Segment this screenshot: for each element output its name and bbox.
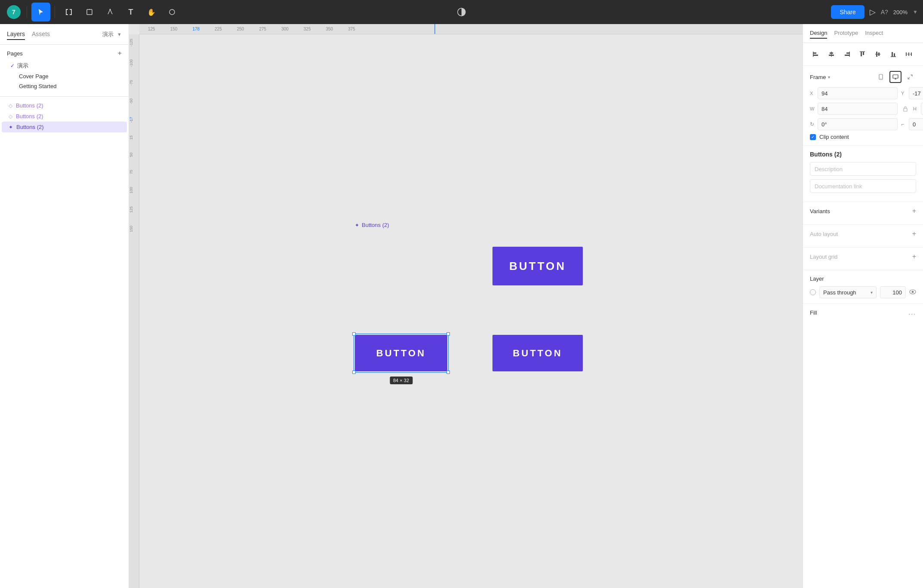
layer-item-1[interactable]: ◇ Buttons (2) — [2, 111, 127, 122]
frame-phone-icon[interactable] — [875, 71, 887, 83]
frame-section: Frame ▾ — [803, 66, 923, 146]
svg-rect-21 — [860, 52, 865, 52]
right-panel-body: Frame ▾ — [803, 43, 923, 588]
page-item-getting-started[interactable]: Getting Started — [7, 81, 122, 91]
layers-tab[interactable]: Layers — [7, 29, 25, 40]
align-center-h-button[interactable] — [825, 48, 837, 60]
design-tab[interactable]: Design — [810, 28, 827, 39]
v-ruler-minus50: -50 — [129, 98, 139, 104]
play-button[interactable]: ▷ — [870, 7, 876, 17]
align-bottom-button[interactable] — [887, 48, 899, 60]
svg-rect-25 — [892, 52, 893, 56]
layer-diamond-icon-0: ◇ — [9, 103, 12, 109]
add-auto-layout-button[interactable]: + — [912, 230, 916, 238]
v-ruler-minus17: -17 — [129, 117, 139, 122]
svg-point-8 — [169, 9, 175, 15]
blend-mode-select[interactable]: Pass through ▾ — [819, 286, 877, 298]
clip-content-label: Clip content — [819, 134, 849, 140]
svg-rect-19 — [861, 52, 862, 56]
canvas-area[interactable]: 125 150 178 225 250 275 300 325 350 375 … — [129, 24, 803, 588]
page-item-yanshi[interactable]: ✓ 演示 — [7, 60, 122, 71]
lock-ratio-button[interactable] — [903, 105, 908, 112]
frame-title-label: Frame — [810, 74, 826, 80]
rotation-group: ↻ — [810, 118, 898, 130]
align-top-button[interactable] — [856, 48, 868, 60]
svg-rect-26 — [894, 53, 895, 56]
layer-diamond-icon-1: ◇ — [9, 113, 12, 119]
frame-tool-button[interactable] — [59, 3, 78, 21]
shape-tool-button[interactable] — [80, 3, 99, 21]
corner-radius-input[interactable] — [909, 118, 923, 130]
blend-mode-text: Pass through — [823, 289, 856, 296]
layer-label-1: Buttons (2) — [16, 113, 43, 119]
fill-header: Fill ... — [810, 309, 916, 316]
canvas-button-top-right[interactable]: BUTTON — [492, 247, 583, 285]
page-item-cover[interactable]: Cover Page — [7, 71, 122, 81]
v-ruler-minus100: -100 — [129, 59, 139, 67]
vertical-ruler: -125 -100 -75 -50 -17 15 50 75 100 125 1… — [129, 34, 139, 588]
component-section: Buttons (2) — [803, 146, 923, 202]
inspect-tab[interactable]: Inspect — [865, 28, 883, 39]
ruler-num-178: 178 — [192, 27, 200, 31]
checkbox-check-icon: ✓ — [811, 135, 815, 139]
add-variant-button[interactable]: + — [912, 207, 916, 215]
zoom-dropdown-arrow[interactable]: ▼ — [913, 9, 918, 15]
fill-options-button[interactable]: ... — [908, 309, 916, 316]
layer-section: Layer Pass through ▾ — [803, 270, 923, 304]
opacity-input[interactable] — [880, 286, 906, 298]
zoom-level[interactable]: 200% — [893, 9, 908, 15]
layer-item-2[interactable]: ✦ Buttons (2) — [2, 122, 127, 132]
logo-icon: 7 — [7, 5, 21, 19]
svg-rect-24 — [875, 54, 880, 55]
left-panel: Layers Assets 演示 ▼ Pages + ✓ 演示 Cover Pa… — [0, 24, 129, 588]
toolbar: 7 — [0, 0, 923, 24]
active-page-check: ✓ — [10, 63, 15, 69]
blend-mode-arrow: ▾ — [871, 290, 873, 295]
svg-rect-27 — [891, 56, 896, 57]
shape-tool-icon — [86, 8, 93, 16]
logo-button[interactable]: 7 — [5, 3, 22, 21]
contrast-button[interactable] — [452, 3, 471, 21]
clip-content-row: ✓ Clip content — [810, 134, 916, 140]
w-input[interactable] — [818, 103, 898, 115]
align-right-button[interactable] — [841, 48, 853, 60]
pages-header: Pages + — [7, 50, 122, 57]
comment-tool-button[interactable] — [163, 3, 182, 21]
frame-label-icon: ✦ — [355, 222, 359, 228]
canvas-button-bottom-left[interactable]: BUTTON — [355, 335, 447, 371]
toolbar-right: Share ▷ A? 200% ▼ — [831, 5, 918, 19]
align-left-icon — [812, 51, 819, 58]
frame-dropdown-arrow[interactable]: ▾ — [828, 75, 830, 80]
description-input[interactable] — [810, 162, 916, 176]
distribute-h-button[interactable] — [903, 48, 915, 60]
doc-link-input[interactable] — [810, 179, 916, 193]
layer-item-0[interactable]: ◇ Buttons (2) — [2, 100, 127, 111]
rotation-input[interactable] — [818, 118, 898, 130]
align-left-button[interactable] — [810, 48, 822, 60]
x-input[interactable] — [818, 87, 898, 99]
canvas-button-bottom-right[interactable]: BUTTON — [492, 335, 583, 371]
prototype-tab[interactable]: Prototype — [834, 28, 858, 39]
fill-title: Fill — [810, 309, 817, 316]
assets-tab[interactable]: Assets — [32, 29, 50, 40]
clip-content-checkbox[interactable]: ✓ — [810, 134, 816, 140]
hand-tool-button[interactable]: ✋ — [142, 3, 161, 21]
y-input[interactable] — [909, 87, 923, 99]
add-layout-grid-button[interactable]: + — [912, 253, 916, 260]
layer-section-title: Layer — [810, 276, 916, 282]
canvas-viewport[interactable]: ✦ Buttons (2) BUTTON — [139, 34, 803, 588]
move-tool-button[interactable] — [31, 3, 50, 21]
pen-tool-button[interactable] — [101, 3, 120, 21]
svg-rect-5 — [70, 14, 72, 15]
add-page-button[interactable]: + — [118, 50, 122, 57]
align-middle-button[interactable] — [872, 48, 884, 60]
h-input[interactable] — [921, 103, 923, 115]
frame-label-text: Buttons (2) — [362, 222, 389, 228]
variants-header: Variants + — [810, 207, 916, 215]
share-button[interactable]: Share — [831, 5, 864, 19]
frame-desktop-icon[interactable] — [889, 71, 901, 83]
frame-resize-icon[interactable] — [904, 71, 916, 83]
demo-dropdown-arrow[interactable]: ▼ — [117, 32, 122, 37]
visibility-toggle[interactable] — [909, 289, 916, 296]
text-tool-button[interactable]: T — [121, 3, 140, 21]
